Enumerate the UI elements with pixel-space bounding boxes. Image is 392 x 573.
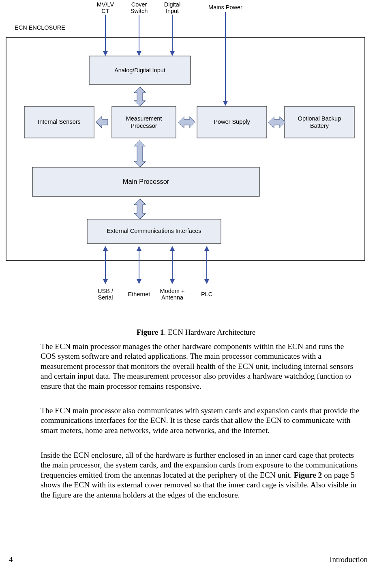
paragraph-1: The ECN main processor manages the other… (41, 342, 361, 391)
lbl-mains: Mains Power (208, 4, 242, 11)
paragraph-3: Inside the ECN enclosure, all of the har… (41, 450, 361, 500)
lbl-usb-1: USB / (98, 288, 114, 294)
svg-marker-3 (137, 51, 141, 56)
lbl-cover-2: Switch (131, 8, 148, 14)
block-psu-label: Power Supply (214, 118, 250, 125)
block-main-label: Main Processor (123, 178, 169, 185)
svg-marker-16 (170, 279, 175, 284)
lbl-eth: Ethernet (128, 291, 150, 297)
arrow-mains (223, 12, 228, 106)
arrow-int-meas (96, 116, 108, 128)
diagram: MV/LV CT Cover Switch Digital Input Main… (0, 0, 392, 325)
arrow-digital (170, 15, 175, 56)
lbl-mvlv-2: CT (101, 8, 109, 14)
arrow-mvlv (103, 15, 108, 56)
arrow-modem (170, 246, 175, 284)
lbl-digital-1: Digital (164, 1, 180, 8)
lbl-usb-2: Serial (98, 294, 113, 301)
lbl-mvlv-1: MV/LV (97, 1, 114, 8)
arrow-eth (137, 246, 141, 284)
block-adi-label: Analog/Digital Input (114, 67, 165, 73)
arrow-adi-meas (134, 87, 146, 106)
paragraph-2: The ECN main processor also communicates… (41, 406, 361, 435)
lbl-digital-2: Input (166, 8, 179, 14)
svg-marker-7 (223, 101, 228, 106)
figure-caption-rest: . ECN Hardware Architecture (164, 328, 255, 336)
page-number: 4 (9, 555, 13, 564)
svg-marker-10 (103, 279, 108, 284)
arrow-usb (103, 246, 108, 284)
lbl-modem-1: Modem + (160, 288, 185, 294)
arrow-psu-bat (268, 116, 285, 128)
block-battery-label-1: Optional Backup (298, 115, 341, 122)
lbl-cover-1: Cover (131, 1, 147, 8)
enclosure-label: ECN ENCLOSURE (15, 24, 65, 31)
svg-marker-1 (103, 51, 108, 56)
svg-marker-19 (204, 279, 209, 284)
arrow-meas-main (134, 140, 146, 167)
section-name: Introduction (330, 555, 368, 564)
arrow-plc (204, 246, 209, 284)
block-ext-label: External Communications Interfaces (107, 228, 201, 234)
page: MV/LV CT Cover Switch Digital Input Main… (0, 0, 392, 573)
block-battery-label-2: Battery (310, 123, 329, 129)
arrow-cover (137, 15, 141, 56)
block-meas (112, 106, 176, 138)
paragraph-3b: Figure 2 (294, 471, 322, 479)
block-meas-label-2: Processor (131, 123, 157, 129)
lbl-plc: PLC (201, 291, 212, 297)
arrow-meas-psu (178, 116, 195, 128)
figure-caption: Figure 1. ECN Hardware Architecture (0, 328, 392, 337)
lbl-modem-2: Antenna (161, 294, 184, 301)
arrow-main-ext (134, 199, 146, 219)
block-meas-label-1: Measurement (126, 115, 162, 122)
figure-caption-bold: Figure 1 (137, 328, 164, 336)
block-battery (285, 106, 354, 138)
block-int-sensors-label: Internal Sensors (38, 118, 81, 125)
svg-marker-5 (170, 51, 175, 56)
svg-marker-13 (137, 279, 141, 284)
